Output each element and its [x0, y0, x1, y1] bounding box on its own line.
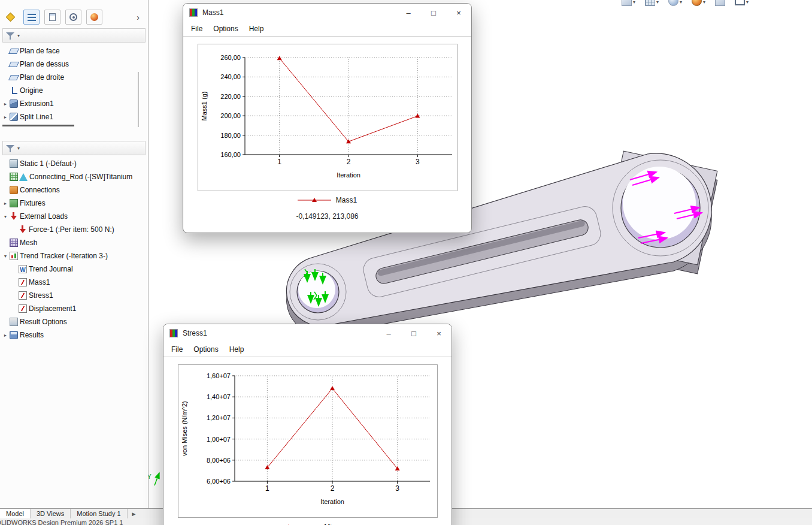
property-manager-icon: [49, 13, 56, 21]
split-line-icon: [10, 113, 18, 121]
tab-3d-views[interactable]: 3D Views: [31, 509, 71, 518]
tab-scroll-icon[interactable]: ►: [128, 511, 141, 517]
reference-triad: Y: [147, 473, 159, 485]
stress1-chart[interactable]: 6,00+068,00+061,00+071,20+071,40+071,60+…: [178, 365, 437, 520]
tree-item-trend-journal[interactable]: WTrend Journal: [0, 262, 148, 276]
tab-motion-study-1[interactable]: Motion Study 1: [71, 509, 127, 518]
journal-w-glyph: W: [20, 267, 25, 273]
tree-scrollbar[interactable]: [138, 72, 139, 127]
tab-label: Motion Study 1: [77, 510, 120, 517]
collapse-icon[interactable]: ▼: [2, 215, 9, 219]
menu-help[interactable]: Help: [244, 23, 269, 35]
svg-text:1,00+07: 1,00+07: [206, 436, 230, 443]
stress1-window: Stress1 – □ × File Options Help 6,00+068…: [163, 324, 452, 525]
solidworks-resources-tab[interactable]: [2, 10, 19, 25]
maximize-button[interactable]: □: [401, 324, 426, 342]
tree-item-fixtures[interactable]: ►Fixtures: [0, 197, 148, 210]
tree-item-split-line1[interactable]: ►Split Line1: [0, 110, 148, 123]
menu-options[interactable]: Options: [188, 343, 223, 355]
tree-item-external-loads[interactable]: ▼External Loads: [0, 210, 148, 223]
expand-icon[interactable]: ►: [2, 102, 9, 106]
expand-icon[interactable]: ►: [2, 115, 9, 119]
close-button[interactable]: ×: [446, 4, 471, 22]
mass1-titlebar[interactable]: Mass1 – □ ×: [183, 4, 471, 22]
tree-item-extrusion1[interactable]: ►Extrusion1: [0, 97, 148, 110]
tree-label: External Loads: [20, 212, 68, 221]
menu-help[interactable]: Help: [224, 343, 250, 355]
chart-icon: [19, 291, 27, 300]
resources-icon: [6, 13, 16, 22]
close-button[interactable]: ×: [426, 324, 452, 342]
tree-item-mass1[interactable]: Mass1: [0, 276, 148, 289]
expand-icon[interactable]: ►: [2, 333, 9, 337]
collapse-icon[interactable]: ▼: [2, 254, 9, 258]
svg-text:240,00: 240,00: [220, 73, 241, 80]
svg-text:2: 2: [330, 484, 334, 493]
tab-model[interactable]: Model: [0, 509, 31, 518]
force-icon: [19, 225, 27, 234]
rollback-bar[interactable]: [2, 125, 74, 126]
tree-label: Connections: [20, 186, 60, 194]
tree-item-plan-de-dessus[interactable]: Plan de dessus: [0, 58, 148, 71]
filter-funnel-icon: [6, 144, 14, 152]
tree-label: Static 1 (-Défaut-): [20, 159, 77, 168]
tree-item-stress1[interactable]: Stress1: [0, 289, 148, 302]
maximize-button[interactable]: □: [421, 4, 446, 22]
mass1-chart-panel: 160,00180,00200,00220,00240,00260,00123M…: [198, 44, 457, 191]
tree-item-origine[interactable]: Origine: [0, 84, 148, 97]
tree-label: Stress1: [29, 291, 53, 300]
design-tree-tab[interactable]: [23, 10, 40, 25]
svg-text:von Mises (N/m^2): von Mises (N/m^2): [181, 401, 188, 455]
chart-window-icon: [189, 8, 198, 17]
feature-manager-panel: › ▾ Plan de face Plan de dessus Plan de …: [0, 0, 149, 508]
tree-label: Plan de dessus: [20, 60, 69, 68]
tree-item-result-options[interactable]: Result Options: [0, 315, 148, 328]
mass1-chart[interactable]: 160,00180,00200,00220,00240,00260,00123M…: [198, 44, 457, 193]
tree-item-results[interactable]: ►Results: [0, 328, 148, 342]
tree-item-mesh[interactable]: Mesh: [0, 236, 148, 249]
extrusion-icon: [10, 99, 18, 108]
mesh-part-icon: [10, 173, 18, 181]
minimize-button[interactable]: –: [396, 4, 421, 22]
tree-item-trend-tracker[interactable]: ▼Trend Tracker (-Iteration 3-): [0, 249, 148, 262]
appearance-ball-icon: [90, 13, 98, 21]
svg-text:260,00: 260,00: [220, 54, 241, 61]
tree-item-connections[interactable]: Connections: [0, 183, 148, 197]
menu-file[interactable]: File: [186, 23, 208, 35]
tree-item-connecting-rod[interactable]: Connecting_Rod (-[SW]Titanium: [0, 170, 148, 183]
tab-label: 3D Views: [37, 510, 64, 517]
tree-filter-bar[interactable]: ▾: [2, 28, 146, 43]
svg-text:160,00: 160,00: [220, 151, 241, 158]
dimxpert-tab[interactable]: [65, 10, 81, 25]
mesh-icon: [10, 239, 18, 247]
simulation-tree: Static 1 (-Défaut-) Connecting_Rod (-[SW…: [0, 155, 148, 342]
window-title: Stress1: [183, 329, 207, 337]
tree-label: Extrusion1: [20, 99, 54, 108]
mass1-window: Mass1 – □ × File Options Help 160,00180,…: [183, 3, 472, 233]
minimize-button[interactable]: –: [376, 324, 401, 342]
svg-text:2: 2: [346, 158, 350, 166]
feature-tree: Plan de face Plan de dessus Plan de droi…: [0, 43, 148, 123]
expand-icon[interactable]: ►: [2, 201, 9, 206]
property-manager-tab[interactable]: [44, 10, 60, 25]
tree-item-static-study[interactable]: Static 1 (-Défaut-): [0, 157, 148, 170]
tree-item-displacement1[interactable]: Displacement1: [0, 302, 148, 315]
legend-label: Mass1: [336, 196, 357, 204]
simulation-filter-bar[interactable]: ▾: [2, 141, 146, 155]
plane-icon: [8, 49, 19, 54]
loads-icon: [10, 212, 18, 221]
plane-icon: [8, 75, 19, 80]
tree-item-plan-de-face[interactable]: Plan de face: [0, 44, 148, 58]
svg-text:1: 1: [265, 484, 269, 493]
chart-icon: [19, 304, 27, 313]
chevron-right-icon[interactable]: ›: [137, 13, 140, 22]
tree-item-plan-de-droite[interactable]: Plan de droite: [0, 71, 148, 84]
tab-label: Model: [6, 510, 24, 517]
menu-file[interactable]: File: [166, 343, 188, 355]
tree-item-force-1[interactable]: Force-1 (:Per item: 500 N:): [0, 223, 148, 236]
tree-label: Split Line1: [20, 113, 53, 121]
stress1-titlebar[interactable]: Stress1 – □ ×: [163, 324, 452, 342]
menu-options[interactable]: Options: [208, 23, 243, 35]
display-manager-tab[interactable]: [86, 10, 102, 25]
legend-label: von Mises: [310, 523, 343, 525]
